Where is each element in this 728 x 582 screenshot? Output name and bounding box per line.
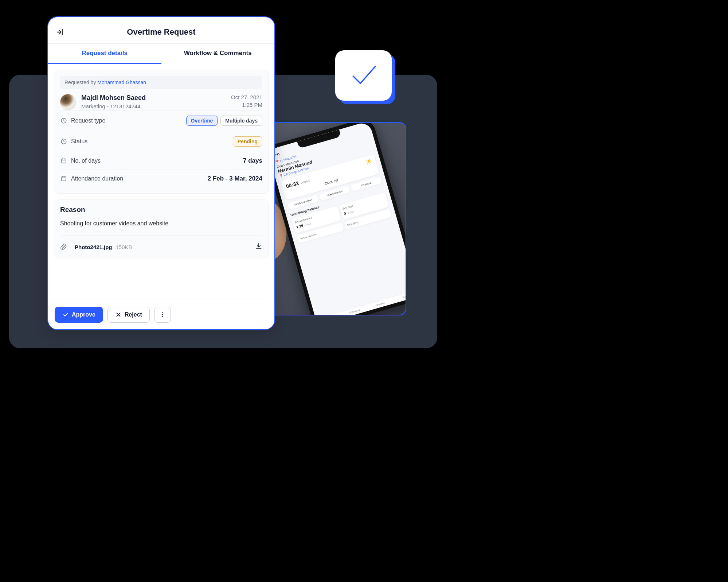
modal-footer: Approve Reject <box>48 300 274 329</box>
svg-point-6 <box>162 316 163 317</box>
sun-icon: ☀ <box>365 159 373 164</box>
row-days: No. of days 7 days <box>60 152 262 170</box>
status-badge: Pending <box>233 136 262 147</box>
reject-button[interactable]: Reject <box>107 307 150 323</box>
phone-screen: 9:41 📅 11 May, 2024 Good afternoon Nermi… <box>267 122 406 315</box>
modal-body: Requested by Mohammad Ghassan Majdi Mohs… <box>48 64 274 300</box>
tab-workflow-comments[interactable]: Workflow & Comments <box>161 44 275 64</box>
svg-rect-3 <box>62 177 66 181</box>
attachment-row: Photo2421.jpg 150KB <box>60 236 262 251</box>
badge-overtime: Overtime <box>186 116 218 126</box>
duration-value: 2 Feb - 3 Mar, 2024 <box>208 175 262 182</box>
reason-title: Reason <box>60 206 262 214</box>
phone-balance-sick-sub: / 1 days <box>347 210 355 215</box>
checkmark-card <box>335 50 392 101</box>
overtime-request-modal: Overtime Request Request details Workflo… <box>47 16 275 330</box>
svg-rect-2 <box>62 159 66 163</box>
person-row: Majdi Mohsen Saeed Marketing - 121312424… <box>60 94 262 110</box>
person-subline: Marketing - 1213124244 <box>81 103 226 109</box>
status-value: Pending <box>233 136 262 147</box>
person-info: Majdi Mohsen Saeed Marketing - 121312424… <box>81 94 226 109</box>
phone-balance-annual-value: 1.75 <box>296 224 304 229</box>
download-icon[interactable] <box>255 242 262 251</box>
row-request-type: Request type Overtime Multiple days <box>60 110 262 131</box>
approve-button[interactable]: Approve <box>55 307 103 323</box>
details-card: Requested by Mohammad Ghassan Majdi Mohs… <box>54 70 269 194</box>
badge-multiple-days: Multiple days <box>220 116 262 126</box>
phone-nav-requests[interactable]: Requests <box>367 299 393 309</box>
more-vertical-icon <box>159 311 166 318</box>
calendar-icon <box>60 157 67 164</box>
person-meta: Oct 27, 2021 1:25 PM <box>231 94 262 108</box>
clock-icon <box>60 138 67 145</box>
phone-clock-total: / 8:00 hrs <box>299 179 310 185</box>
reason-card: Reason Shooting for customer videos and … <box>54 199 269 257</box>
modal-title: Overtime Request <box>65 27 258 37</box>
calendar-icon <box>60 175 67 182</box>
attachment-name: Photo2421.jpg <box>75 244 112 250</box>
person-time: 1:25 PM <box>231 102 262 108</box>
requested-by-prefix: Requested by <box>64 79 97 85</box>
tabs: Request details Workflow & Comments <box>48 43 274 64</box>
row-duration: Attendance duration 2 Feb - 3 Mar, 2024 <box>60 170 262 187</box>
tab-request-details[interactable]: Request details <box>48 44 161 64</box>
phone-device: 9:41 📅 11 May, 2024 Good afternoon Nermi… <box>263 122 406 315</box>
clock-icon <box>60 117 67 124</box>
modal-header: Overtime Request <box>48 17 274 43</box>
more-button[interactable] <box>154 307 171 323</box>
svg-point-5 <box>162 314 163 315</box>
phone-clock-time: 00:32 <box>285 180 300 189</box>
close-icon <box>115 311 122 318</box>
days-label: No. of days <box>71 158 243 164</box>
request-type-value: Overtime Multiple days <box>186 116 262 126</box>
attachment-size: 150KB <box>116 244 132 250</box>
reason-text: Shooting for customer videos and website <box>60 220 262 227</box>
request-type-label: Request type <box>71 117 186 124</box>
checkmark-icon <box>347 59 380 92</box>
collapse-panel-icon[interactable] <box>55 27 65 37</box>
svg-point-4 <box>162 312 163 313</box>
requested-by-link[interactable]: Mohammad Ghassan <box>97 79 146 85</box>
phone-balance-sick-value: 3 <box>343 211 346 216</box>
phone-balance-annual-sub: / 1 days <box>304 222 312 227</box>
phone-nav-home[interactable]: Home <box>316 314 342 315</box>
reject-label: Reject <box>125 311 142 318</box>
status-label: Status <box>71 138 233 145</box>
person-date: Oct 27, 2021 <box>231 94 262 100</box>
paperclip-icon <box>60 243 67 251</box>
phone-nav-teams[interactable]: Teams <box>392 292 406 302</box>
phone-nav-attendance[interactable]: Attendance <box>342 307 368 315</box>
days-value: 7 days <box>243 157 262 164</box>
row-status: Status Pending <box>60 131 262 152</box>
avatar <box>60 94 76 110</box>
approve-label: Approve <box>72 311 95 318</box>
person-name: Majdi Mohsen Saeed <box>81 94 226 102</box>
check-icon <box>62 311 69 318</box>
duration-label: Attendance duration <box>71 175 208 182</box>
requested-by-banner: Requested by Mohammad Ghassan <box>60 76 262 89</box>
phone-bottom-nav: Home Attendance Requests Teams <box>316 290 406 315</box>
